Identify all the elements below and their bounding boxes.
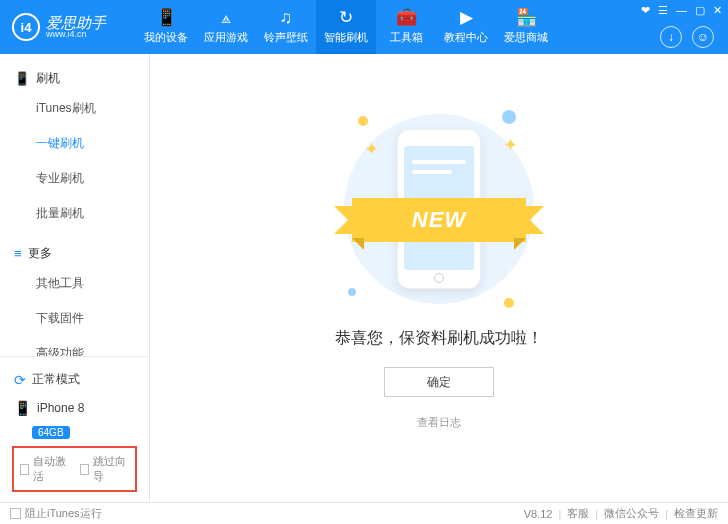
- menu-icon[interactable]: ☰: [658, 4, 668, 17]
- star-icon: ✦: [364, 138, 379, 160]
- checkbox-label: 跳过向导: [93, 454, 129, 484]
- status-bar: 阻止iTunes运行 V8.12 | 客服 | 微信公众号 | 检查更新: [0, 502, 728, 524]
- refresh-icon: ↻: [339, 9, 353, 26]
- app-name: 爱思助手: [46, 15, 106, 30]
- app-url: www.i4.cn: [46, 30, 106, 39]
- nav-ringtones[interactable]: ♫铃声壁纸: [256, 0, 316, 54]
- logo-icon: i4: [12, 13, 40, 41]
- nav-store[interactable]: 🏪爱思商城: [496, 0, 556, 54]
- footer-link-support[interactable]: 客服: [567, 506, 589, 521]
- close-icon[interactable]: ✕: [713, 4, 722, 17]
- menu-icon: ≡: [14, 246, 22, 261]
- nav-label: 智能刷机: [324, 30, 368, 45]
- phone-icon: 📱: [14, 71, 30, 86]
- view-log-link[interactable]: 查看日志: [150, 415, 728, 430]
- play-icon: ▶: [460, 9, 473, 26]
- top-nav: 📱我的设备 ⟁应用游戏 ♫铃声壁纸 ↻智能刷机 🧰工具箱 ▶教程中心 🏪爱思商城: [136, 0, 556, 54]
- checkbox-block-itunes[interactable]: 阻止iTunes运行: [10, 506, 102, 521]
- apps-icon: ⟁: [221, 9, 231, 26]
- checkbox-label: 阻止iTunes运行: [25, 506, 102, 521]
- checkbox-auto-activate[interactable]: 自动激活: [20, 454, 70, 484]
- device-name: iPhone 8: [37, 401, 84, 415]
- sidebar: 📱 刷机 iTunes刷机 一键刷机 专业刷机 批量刷机 ≡ 更多 其他工具 下…: [0, 54, 150, 502]
- checkbox-label: 自动激活: [33, 454, 69, 484]
- sidebar-item-other-tools[interactable]: 其他工具: [36, 266, 149, 301]
- download-button[interactable]: ↓: [660, 26, 682, 48]
- sidebar-item-pro-flash[interactable]: 专业刷机: [36, 161, 149, 196]
- feedback-icon[interactable]: ❤: [641, 4, 650, 17]
- maximize-icon[interactable]: ▢: [695, 4, 705, 17]
- nav-label: 工具箱: [390, 30, 423, 45]
- device-mode[interactable]: ⟳ 正常模式: [10, 365, 139, 394]
- success-message: 恭喜您，保资料刷机成功啦！: [150, 328, 728, 349]
- app-logo: i4 爱思助手 www.i4.cn: [0, 13, 118, 41]
- device-icon: 📱: [156, 9, 177, 26]
- ok-button[interactable]: 确定: [384, 367, 494, 397]
- nav-label: 铃声壁纸: [264, 30, 308, 45]
- version-label: V8.12: [524, 508, 553, 520]
- title-bar: i4 爱思助手 www.i4.cn 📱我的设备 ⟁应用游戏 ♫铃声壁纸 ↻智能刷…: [0, 0, 728, 54]
- mode-label: 正常模式: [32, 371, 80, 388]
- phone-icon: 📱: [14, 400, 31, 416]
- checkbox-icon: [20, 464, 29, 475]
- nav-label: 教程中心: [444, 30, 488, 45]
- music-icon: ♫: [280, 9, 293, 26]
- nav-label: 我的设备: [144, 30, 188, 45]
- group-title: 刷机: [36, 70, 60, 87]
- flash-options-highlight: 自动激活 跳过向导: [12, 446, 137, 492]
- toolbox-icon: 🧰: [396, 9, 417, 26]
- checkbox-icon: [80, 464, 89, 475]
- sidebar-item-itunes-flash[interactable]: iTunes刷机: [36, 91, 149, 126]
- checkbox-skip-guide[interactable]: 跳过向导: [80, 454, 130, 484]
- star-icon: ✦: [503, 134, 518, 156]
- sidebar-group-flash: 📱 刷机: [0, 60, 149, 87]
- nav-apps[interactable]: ⟁应用游戏: [196, 0, 256, 54]
- nav-my-device[interactable]: 📱我的设备: [136, 0, 196, 54]
- header-actions: ↓ ☺: [660, 26, 714, 48]
- store-icon: 🏪: [516, 9, 537, 26]
- footer-link-wechat[interactable]: 微信公众号: [604, 506, 659, 521]
- mode-icon: ⟳: [14, 372, 26, 388]
- sidebar-item-oneclick-flash[interactable]: 一键刷机: [36, 126, 149, 161]
- sidebar-group-more: ≡ 更多: [0, 235, 149, 262]
- user-button[interactable]: ☺: [692, 26, 714, 48]
- nav-flash[interactable]: ↻智能刷机: [316, 0, 376, 54]
- nav-toolbox[interactable]: 🧰工具箱: [376, 0, 436, 54]
- nav-label: 应用游戏: [204, 30, 248, 45]
- checkbox-icon: [10, 508, 21, 519]
- footer-link-update[interactable]: 检查更新: [674, 506, 718, 521]
- success-illustration: ✦ ✦ NEW: [334, 104, 544, 314]
- ribbon-text: NEW: [412, 207, 466, 233]
- sidebar-item-download-fw[interactable]: 下载固件: [36, 301, 149, 336]
- device-info[interactable]: 📱 iPhone 8: [10, 394, 139, 422]
- new-ribbon: NEW: [352, 198, 526, 242]
- storage-badge: 64GB: [32, 426, 70, 439]
- nav-tutorials[interactable]: ▶教程中心: [436, 0, 496, 54]
- minimize-icon[interactable]: —: [676, 4, 687, 17]
- sidebar-item-batch-flash[interactable]: 批量刷机: [36, 196, 149, 231]
- main-content: ✦ ✦ NEW 恭喜您，保资料刷机成功啦！ 确定 查看日志: [150, 54, 728, 502]
- nav-label: 爱思商城: [504, 30, 548, 45]
- group-title: 更多: [28, 245, 52, 262]
- window-controls: ❤ ☰ — ▢ ✕: [641, 4, 722, 17]
- sidebar-item-advanced[interactable]: 高级功能: [36, 336, 149, 356]
